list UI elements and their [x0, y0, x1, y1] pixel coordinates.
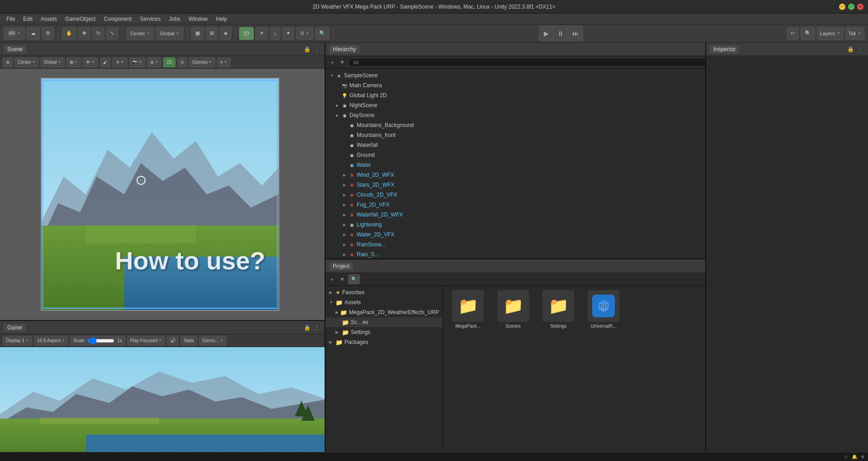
account-button[interactable]: AN ▼: [4, 27, 25, 40]
game-mute-btn[interactable]: 🔊: [167, 336, 179, 346]
status-icon-3[interactable]: ⊕: [861, 454, 864, 459]
menu-services[interactable]: Services: [136, 15, 164, 23]
rect-tool[interactable]: ▦: [191, 27, 204, 40]
minimize-button[interactable]: ─: [839, 4, 845, 10]
custom-tool[interactable]: ◈: [220, 27, 231, 40]
gizmos-btn[interactable]: ⊙ ▼: [296, 27, 313, 40]
menu-help[interactable]: Help: [212, 15, 231, 23]
tree-packages[interactable]: ▶ 📁 Packages: [326, 337, 443, 347]
status-icon-2[interactable]: 🔔: [852, 454, 857, 459]
game-scale-btn[interactable]: Scale 1x: [70, 336, 125, 346]
hierarchy-add-small[interactable]: +: [328, 58, 336, 66]
inspector-lock-btn[interactable]: 🔒: [846, 45, 854, 53]
close-button[interactable]: ✕: [857, 4, 863, 10]
menu-window[interactable]: Window: [185, 15, 212, 23]
step-button[interactable]: ⏭: [568, 26, 583, 41]
tree-settings[interactable]: ▶ 📁 Settings: [326, 327, 443, 337]
menu-gameobject[interactable]: GameObject: [61, 15, 99, 23]
tree-favorites[interactable]: ▶ ★ Favorites: [326, 287, 443, 297]
mode-2d-small-btn[interactable]: 2D: [163, 57, 175, 67]
scene-toolbar-paint[interactable]: 🖌: [100, 57, 111, 67]
game-lock-btn[interactable]: 🔒: [303, 324, 311, 332]
scene-toolbar-lighting[interactable]: ☀ ▼: [113, 57, 127, 67]
move-tool[interactable]: ✥: [78, 27, 90, 40]
scene-toolbar-center[interactable]: Center ▼: [14, 57, 39, 67]
game-gizmos-btn[interactable]: Gizmo... ▼: [199, 336, 226, 346]
maximize-button[interactable]: □: [848, 4, 854, 10]
favorites-arrow: ▶: [329, 290, 335, 295]
mode-2d-button[interactable]: 2D: [239, 27, 254, 40]
menu-file[interactable]: File: [3, 15, 19, 23]
settings-button[interactable]: ⚙: [42, 27, 54, 40]
h-label-stars2d: Stars_2D_WFX: [357, 182, 394, 188]
asset-settings[interactable]: 📁 Settings: [538, 290, 579, 329]
scene-tab[interactable]: Scene: [4, 45, 26, 53]
game-tab[interactable]: Game: [4, 324, 26, 332]
layout-dropdown[interactable]: Tall ▼: [845, 27, 864, 40]
inspector-menu-btn[interactable]: ⋮: [856, 45, 864, 53]
rotate-icon: ↻: [96, 30, 100, 36]
h-label-fog2d: Fog_2D_VFX: [357, 202, 390, 208]
scene-toolbar-move[interactable]: ⊕: [3, 57, 13, 67]
menu-edit[interactable]: Edit: [19, 15, 36, 23]
asset-settings-label: Settings: [550, 324, 566, 329]
scene-menu-btn[interactable]: ⋮: [313, 45, 321, 53]
tree-megapack[interactable]: ▶ 📁 MegaPack_2D_WeatherEffects_URP: [326, 307, 443, 317]
hand-tool[interactable]: ✋: [62, 27, 76, 40]
transform-tool[interactable]: ⊞: [206, 27, 218, 40]
asset-universalrp[interactable]: {} UniversalR...: [583, 290, 624, 329]
undo-history-btn[interactable]: ↩: [787, 27, 799, 40]
unity-rp-icon: {}: [592, 295, 615, 317]
audio-button[interactable]: ♪: [270, 27, 281, 40]
scene-gizmos[interactable]: Gizmos ▼: [189, 57, 215, 67]
cloud-button[interactable]: ☁: [27, 27, 40, 40]
unity-toolbar: AN ▼ ☁ ⚙ ✋ ✥ ↻ ⤡ Center ▼ Global ▼ ▦ ⊞ ◈…: [0, 24, 868, 42]
hierarchy-tab[interactable]: Hierarchy: [329, 45, 359, 53]
tree-assets-root[interactable]: ▼ 📁 Assets: [326, 297, 443, 307]
scene-toolbar-camera[interactable]: 📷 ▼: [129, 57, 146, 67]
game-aspect-btn[interactable]: 16:9 Aspect ▼: [34, 336, 68, 346]
asset-megapack[interactable]: 📁 MegaPack...: [448, 290, 488, 329]
play-button[interactable]: ▶: [539, 26, 554, 41]
project-filter-btn[interactable]: ▼: [338, 275, 346, 283]
inspector-tab[interactable]: Inspector: [710, 45, 739, 53]
scene-lock-btn[interactable]: 🔒: [303, 45, 311, 53]
scene-overlay-menu[interactable]: ≡ ▼: [217, 57, 231, 67]
search-scene-btn[interactable]: 🔍: [315, 27, 330, 40]
lighting-button[interactable]: ☀: [255, 27, 268, 40]
project-tab[interactable]: Project: [329, 262, 353, 270]
h-label-water: Water: [357, 162, 371, 168]
camera-icon: 📷: [132, 60, 138, 65]
game-stats-btn[interactable]: Stats: [180, 336, 197, 346]
project-search-btn[interactable]: 🔍: [348, 274, 360, 284]
center-pivot[interactable]: Center ▼: [126, 27, 154, 40]
scene-persp[interactable]: ⊙: [177, 57, 187, 67]
scene-toolbar-overlay[interactable]: ⊛ ▼: [147, 57, 161, 67]
game-scale-slider[interactable]: [87, 339, 114, 343]
asset-scenes[interactable]: 📁 Scenes: [493, 290, 533, 329]
search-toolbar-btn[interactable]: 🔍: [801, 27, 815, 40]
game-canvas: [0, 347, 325, 461]
game-play-focused-btn[interactable]: Play Focused ▼: [127, 336, 165, 346]
rotate-tool[interactable]: ↻: [92, 27, 104, 40]
layers-dropdown[interactable]: Layers ▼: [817, 27, 844, 40]
tree-scenes[interactable]: 📁 Sc…es: [326, 317, 443, 327]
menu-component[interactable]: Component: [100, 15, 135, 23]
scene-canvas[interactable]: How to use? ○: [0, 69, 325, 320]
scenes-folder-icon: 📁: [342, 319, 349, 326]
project-add-btn[interactable]: +: [328, 275, 336, 283]
scale-tool[interactable]: ⤡: [106, 27, 118, 40]
fx-button[interactable]: ✦: [282, 27, 294, 40]
game-display-btn[interactable]: Display 1 ▼: [3, 336, 32, 346]
packages-folder-icon: 📁: [335, 339, 343, 346]
scene-toolbar-snap[interactable]: ⊞ ▼: [66, 57, 81, 67]
status-icon-1[interactable]: ⚠: [844, 454, 848, 459]
global-toggle[interactable]: Global ▼: [156, 27, 184, 40]
scene-toolbar-global[interactable]: Global ▼: [41, 57, 65, 67]
game-menu-btn[interactable]: ⋮: [313, 324, 321, 332]
pause-button[interactable]: ⏸: [554, 26, 568, 41]
hierarchy-filter[interactable]: ▼: [338, 58, 346, 66]
menu-jobs[interactable]: Jobs: [165, 15, 184, 23]
scene-toolbar-visibility[interactable]: 👁 ▼: [83, 57, 98, 67]
menu-assets[interactable]: Assets: [37, 15, 61, 23]
